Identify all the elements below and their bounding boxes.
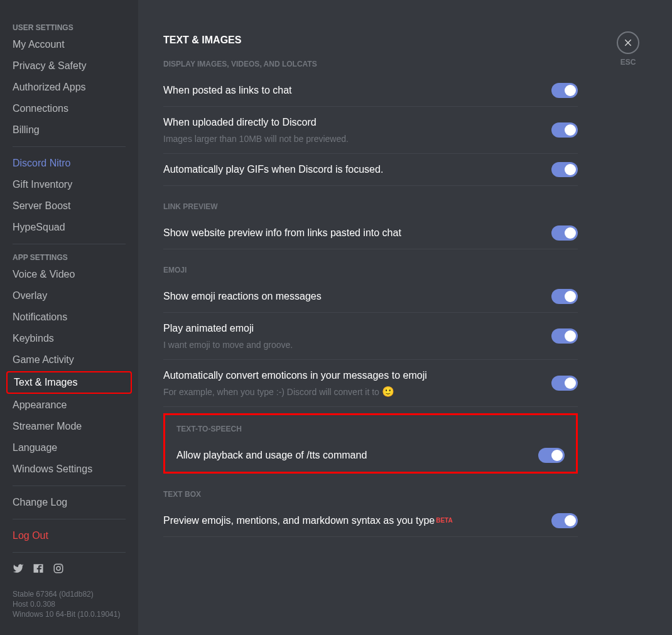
sidebar-item-language[interactable]: Language xyxy=(6,438,132,458)
sidebar-item-privacy-safety[interactable]: Privacy & Safety xyxy=(6,56,132,76)
setting-title: When uploaded directly to Discord xyxy=(163,115,539,130)
sidebar-header-app-settings: APP SETTINGS xyxy=(6,251,132,264)
social-links-row xyxy=(6,559,132,585)
sidebar-item-voice-video[interactable]: Voice & Video xyxy=(6,264,132,285)
sidebar-divider xyxy=(13,244,126,244)
toggle-uploaded-directly[interactable] xyxy=(551,122,578,138)
section-header-link-preview: LINK PREVIEW xyxy=(163,202,578,211)
page-title: TEXT & IMAGES xyxy=(163,35,578,46)
close-icon xyxy=(617,31,639,54)
sidebar-divider xyxy=(13,519,126,519)
sidebar-item-appearance[interactable]: Appearance xyxy=(6,395,132,415)
setting-tts-playback: Allow playback and usage of /tts command xyxy=(176,440,565,467)
sidebar-divider xyxy=(13,146,126,147)
sidebar-item-discord-nitro[interactable]: Discord Nitro xyxy=(6,153,132,173)
toggle-posted-links[interactable] xyxy=(551,83,578,98)
toggle-auto-convert-emoticons[interactable] xyxy=(551,376,578,391)
sidebar-item-authorized-apps[interactable]: Authorized Apps xyxy=(6,77,132,97)
sidebar-item-keybinds[interactable]: Keybinds xyxy=(6,328,132,349)
sidebar-item-log-out[interactable]: Log Out xyxy=(6,526,132,546)
toggle-tts-playback[interactable] xyxy=(538,448,565,463)
setting-title: Show website preview info from links pas… xyxy=(163,225,539,241)
setting-title: When posted as links to chat xyxy=(163,83,539,98)
section-header-display: DISPLAY IMAGES, VIDEOS, AND LOLCATS xyxy=(163,60,578,68)
setting-auto-convert-emoticons: Automatically convert emoticons in your … xyxy=(163,360,578,407)
sidebar-item-connections[interactable]: Connections xyxy=(6,99,132,119)
toggle-preview-syntax[interactable] xyxy=(551,513,578,528)
sidebar-item-my-account[interactable]: My Account xyxy=(6,35,132,55)
sidebar-item-gift-inventory[interactable]: Gift Inventory xyxy=(6,175,132,195)
setting-desc: Images larger than 10MB will not be prev… xyxy=(163,133,539,145)
setting-title: Automatically convert emoticons in your … xyxy=(163,368,539,383)
sidebar-item-change-log[interactable]: Change Log xyxy=(6,492,132,513)
setting-desc: I want emoji to move and groove. xyxy=(163,339,539,351)
sidebar-divider xyxy=(13,552,126,553)
setting-animated-emoji: Play animated emoji I want emoji to move… xyxy=(163,313,578,360)
close-label: ESC xyxy=(617,58,639,67)
toggle-animated-emoji[interactable] xyxy=(551,328,578,344)
settings-sidebar: USER SETTINGS My Account Privacy & Safet… xyxy=(0,0,138,635)
setting-emoji-reactions: Show emoji reactions on messages xyxy=(163,281,578,313)
sidebar-item-notifications[interactable]: Notifications xyxy=(6,307,132,327)
beta-badge: BETA xyxy=(436,517,452,524)
toggle-emoji-reactions[interactable] xyxy=(551,289,578,304)
setting-website-preview: Show website preview info from links pas… xyxy=(163,217,578,249)
setting-title: Automatically play GIFs when Discord is … xyxy=(163,162,539,177)
build-line: Stable 67364 (0d1db82) xyxy=(13,589,126,599)
setting-title: Show emoji reactions on messages xyxy=(163,289,539,304)
sidebar-item-server-boost[interactable]: Server Boost xyxy=(6,196,132,216)
sidebar-divider xyxy=(13,486,126,486)
sidebar-item-hypesquad[interactable]: HypeSquad xyxy=(6,217,132,237)
setting-auto-gif: Automatically play GIFs when Discord is … xyxy=(163,154,578,186)
sidebar-item-streamer-mode[interactable]: Streamer Mode xyxy=(6,416,132,437)
setting-title: Allow playback and usage of /tts command xyxy=(176,448,526,463)
sidebar-header-user-settings: USER SETTINGS xyxy=(6,21,132,35)
sidebar-item-game-activity[interactable]: Game Activity xyxy=(6,350,132,370)
setting-title: Preview emojis, mentions, and markdown s… xyxy=(163,513,539,528)
setting-uploaded-directly: When uploaded directly to Discord Images… xyxy=(163,107,578,154)
setting-preview-syntax: Preview emojis, mentions, and markdown s… xyxy=(163,505,578,537)
setting-title: Play animated emoji xyxy=(163,321,539,336)
sidebar-item-windows-settings[interactable]: Windows Settings xyxy=(6,459,132,479)
svg-point-2 xyxy=(60,565,62,567)
build-line: Windows 10 64-Bit (10.0.19041) xyxy=(13,609,126,619)
section-header-tts: TEXT-TO-SPEECH xyxy=(176,425,565,433)
facebook-icon[interactable] xyxy=(33,563,44,577)
setting-posted-links: When posted as links to chat xyxy=(163,75,578,107)
instagram-icon[interactable] xyxy=(53,563,64,577)
build-info: Stable 67364 (0d1db82) Host 0.0.308 Wind… xyxy=(6,585,132,623)
close-settings-button[interactable]: ESC xyxy=(617,31,639,67)
sidebar-item-overlay[interactable]: Overlay xyxy=(6,286,132,306)
toggle-website-preview[interactable] xyxy=(551,225,578,241)
section-header-emoji: EMOJI xyxy=(163,266,578,274)
sidebar-item-text-images[interactable]: Text & Images xyxy=(6,371,132,394)
svg-rect-0 xyxy=(54,564,63,573)
svg-point-1 xyxy=(57,567,60,570)
smile-emoji-icon: 🙂 xyxy=(382,386,394,397)
sidebar-item-billing[interactable]: Billing xyxy=(6,120,132,140)
build-line: Host 0.0.308 xyxy=(13,599,126,609)
section-header-text-box: TEXT BOX xyxy=(163,490,578,499)
settings-content: ESC TEXT & IMAGES DISPLAY IMAGES, VIDEOS… xyxy=(138,0,672,635)
setting-desc: For example, when you type :-) Discord w… xyxy=(163,386,539,398)
twitter-icon[interactable] xyxy=(13,563,24,577)
toggle-auto-gif[interactable] xyxy=(551,162,578,177)
tts-section-highlight: TEXT-TO-SPEECH Allow playback and usage … xyxy=(163,413,578,474)
